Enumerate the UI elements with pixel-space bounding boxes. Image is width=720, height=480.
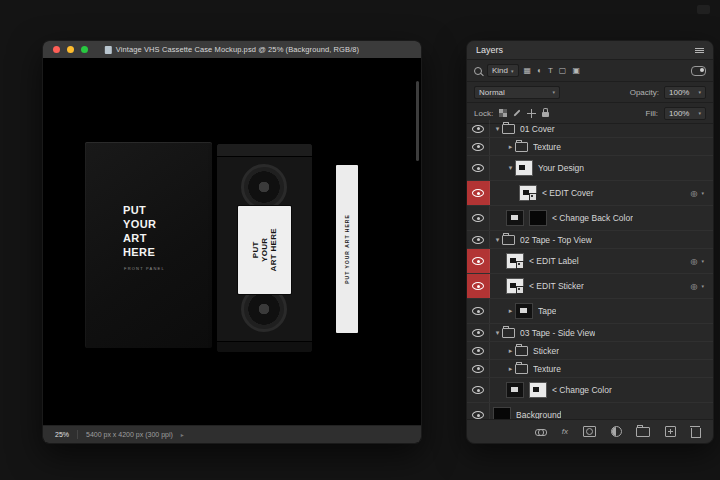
adjust-icon[interactable] bbox=[611, 426, 622, 437]
layer-row[interactable]: ▸Tape bbox=[467, 299, 713, 324]
layer-visibility-toggle[interactable] bbox=[467, 156, 490, 180]
layer-visibility-toggle[interactable] bbox=[467, 138, 490, 155]
lock-position-icon[interactable] bbox=[527, 109, 536, 118]
document-canvas[interactable]: PUT YOUR ART HERE FRONT PANEL PUT YOUR A… bbox=[43, 58, 421, 426]
status-bar: 25% 5400 px x 4200 px (300 ppi) ▸ bbox=[43, 425, 421, 443]
filter-toggle[interactable] bbox=[691, 66, 706, 76]
layer-row[interactable]: < EDIT Sticker◎▾ bbox=[467, 274, 713, 299]
layer-visibility-toggle[interactable] bbox=[467, 360, 490, 377]
layer-thumbnail[interactable] bbox=[529, 382, 547, 398]
layer-row[interactable]: ▾01 Cover bbox=[467, 120, 713, 138]
fill-dropdown[interactable]: 100% ▾ bbox=[664, 107, 706, 120]
smart-filter-icon[interactable]: ◎ bbox=[691, 282, 698, 291]
layer-thumbnail[interactable] bbox=[529, 210, 547, 226]
layer-visibility-toggle[interactable] bbox=[467, 274, 490, 298]
smart-filter-icon[interactable]: ◎ bbox=[691, 257, 698, 266]
filter-adjust-layers-icon[interactable]: ◐ bbox=[537, 67, 542, 75]
layer-row[interactable]: Background bbox=[467, 403, 713, 420]
layer-thumbnail[interactable] bbox=[515, 160, 533, 176]
mask-icon[interactable] bbox=[583, 426, 596, 437]
layer-visibility-toggle[interactable] bbox=[467, 249, 490, 273]
blend-mode-dropdown[interactable]: Normal ▾ bbox=[474, 86, 560, 99]
layer-row[interactable]: < EDIT Cover◎▾ bbox=[467, 181, 713, 206]
layer-thumbnail[interactable] bbox=[506, 253, 524, 269]
layer-visibility-toggle[interactable] bbox=[467, 120, 490, 137]
chevron-right-icon[interactable]: ▸ bbox=[506, 347, 515, 355]
filter-smart-layers-icon[interactable]: ▣ bbox=[572, 67, 580, 75]
folder-icon bbox=[502, 235, 515, 245]
filter-pixel-layers-icon[interactable]: ▦ bbox=[524, 67, 532, 75]
layer-thumbnail[interactable] bbox=[506, 210, 524, 226]
group-icon[interactable] bbox=[636, 427, 650, 437]
chevron-right-icon[interactable]: ▸ bbox=[506, 143, 515, 151]
eye-icon bbox=[472, 347, 484, 355]
chevron-down-icon[interactable]: ▾ bbox=[493, 329, 502, 337]
filter-type-layers-icon[interactable]: T bbox=[548, 67, 553, 75]
opacity-dropdown[interactable]: 100% ▾ bbox=[664, 86, 706, 99]
eye-icon bbox=[472, 125, 484, 133]
chevron-right-icon[interactable]: ▸ bbox=[506, 365, 515, 373]
title-wrap: Vintage VHS Cassette Case Mockup.psd @ 2… bbox=[105, 41, 359, 58]
chevron-down-icon[interactable]: ▾ bbox=[493, 125, 502, 133]
filter-shape-layers-icon[interactable]: ▢ bbox=[559, 67, 567, 75]
window-titlebar[interactable]: Vintage VHS Cassette Case Mockup.psd @ 2… bbox=[43, 41, 421, 59]
layer-visibility-toggle[interactable] bbox=[467, 206, 490, 230]
status-chevron-icon[interactable]: ▸ bbox=[181, 431, 184, 438]
layer-row[interactable]: ▸Sticker bbox=[467, 342, 713, 360]
smart-object-badge-icon bbox=[516, 261, 524, 269]
layer-visibility-toggle[interactable] bbox=[467, 403, 490, 420]
layer-thumbnail[interactable] bbox=[506, 382, 524, 398]
blend-row: Normal ▾ Opacity: 100% ▾ bbox=[467, 82, 713, 103]
zoom-level-field[interactable]: 25% bbox=[55, 431, 69, 438]
kind-label: Kind bbox=[492, 66, 508, 75]
smart-row-icons: ◎▾ bbox=[691, 189, 705, 198]
layer-row[interactable]: ▸Texture bbox=[467, 138, 713, 156]
lock-all-icon[interactable] bbox=[542, 112, 549, 117]
delete-icon[interactable] bbox=[691, 428, 701, 438]
layer-thumbnail[interactable] bbox=[506, 278, 524, 294]
lock-pixels-icon[interactable] bbox=[514, 109, 521, 116]
layer-row[interactable]: ▸Texture bbox=[467, 360, 713, 378]
layer-thumbnail[interactable] bbox=[515, 303, 533, 319]
panel-header[interactable]: Layers bbox=[467, 41, 713, 60]
chevron-down-icon: ▾ bbox=[698, 89, 701, 95]
vertical-scrollbar[interactable] bbox=[416, 81, 419, 161]
kind-filter-dropdown[interactable]: Kind ▾ bbox=[487, 64, 519, 77]
layer-row[interactable]: < Change Color bbox=[467, 378, 713, 403]
layer-name: < Change Color bbox=[552, 385, 612, 395]
chevron-down-icon[interactable]: ▾ bbox=[701, 258, 704, 264]
chevron-down-icon[interactable]: ▾ bbox=[701, 283, 704, 289]
minimize-button[interactable] bbox=[67, 46, 74, 53]
layer-visibility-toggle[interactable] bbox=[467, 324, 490, 341]
new-layer-icon[interactable] bbox=[665, 426, 676, 437]
document-info: 5400 px x 4200 px (300 ppi) bbox=[86, 431, 173, 438]
lock-label: Lock: bbox=[474, 109, 493, 118]
lock-transparency-icon[interactable] bbox=[499, 109, 507, 117]
window-title: Vintage VHS Cassette Case Mockup.psd @ 2… bbox=[116, 45, 359, 54]
chevron-right-icon[interactable]: ▸ bbox=[506, 307, 515, 315]
layer-visibility-toggle[interactable] bbox=[467, 342, 490, 359]
chevron-down-icon[interactable]: ▾ bbox=[493, 236, 502, 244]
link-icon[interactable] bbox=[535, 429, 547, 435]
smart-filter-icon[interactable]: ◎ bbox=[691, 189, 698, 198]
layer-thumbnail[interactable] bbox=[519, 185, 537, 201]
layer-row[interactable]: ▾Your Design bbox=[467, 156, 713, 181]
folder-icon bbox=[515, 346, 528, 356]
fx-icon[interactable]: fx bbox=[562, 427, 568, 436]
layer-visibility-toggle[interactable] bbox=[467, 299, 490, 323]
layer-name: < EDIT Sticker bbox=[529, 281, 584, 291]
layer-row[interactable]: < EDIT Label◎▾ bbox=[467, 249, 713, 274]
layer-visibility-toggle[interactable] bbox=[467, 378, 490, 402]
layer-row[interactable]: ▾02 Tape - Top View bbox=[467, 231, 713, 249]
layer-visibility-toggle[interactable] bbox=[467, 181, 490, 205]
chevron-down-icon[interactable]: ▾ bbox=[506, 164, 515, 172]
close-button[interactable] bbox=[53, 46, 60, 53]
layer-row[interactable]: ▾03 Tape - Side View bbox=[467, 324, 713, 342]
chevron-down-icon[interactable]: ▾ bbox=[701, 190, 704, 196]
layer-visibility-toggle[interactable] bbox=[467, 231, 490, 248]
psd-file-icon bbox=[105, 46, 112, 54]
layer-name: Tape bbox=[538, 306, 556, 316]
zoom-window-button[interactable] bbox=[81, 46, 88, 53]
panel-menu-icon[interactable] bbox=[695, 48, 704, 53]
layer-row[interactable]: < Change Back Color bbox=[467, 206, 713, 231]
